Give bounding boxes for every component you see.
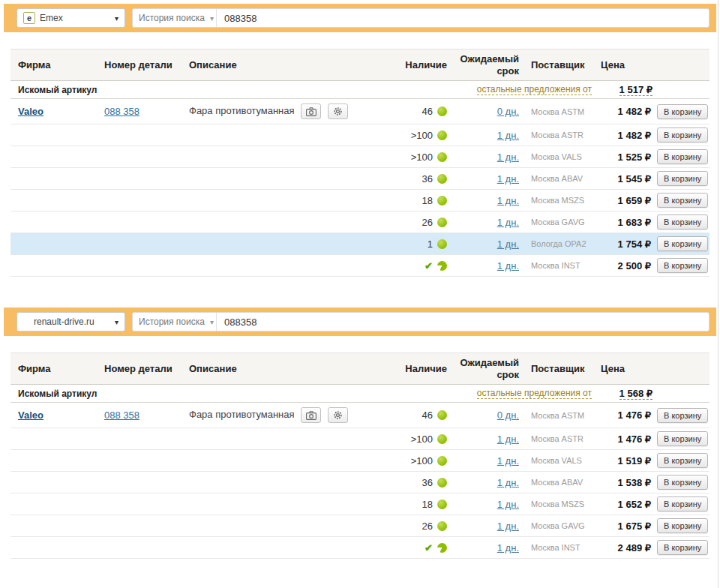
emex-logo-icon: e [23,12,35,24]
supplier-label: Москва GAVG [525,212,596,233]
price-value: 1 519 ₽ [596,450,657,472]
delivery-days-link[interactable]: 1 дн. [497,238,519,250]
summary-row: Искомый артикул остальные предложения от… [10,81,710,99]
price-value: 1 652 ₽ [596,494,657,515]
add-to-cart-button[interactable]: В корзину [657,475,708,490]
add-to-cart-button[interactable]: В корзину [657,518,708,533]
offer-row[interactable]: >100 1 дн. Москва VALS 1 519 ₽ В корзину [10,450,710,472]
delivery-days-link[interactable]: 0 дн. [497,106,519,117]
supplier-label: Москва ABAV [525,472,596,494]
search-input[interactable] [217,313,709,331]
availability-value: 18 [422,195,433,206]
offer-row[interactable]: 18 1 дн. Москва MSZS 1 659 ₽ В корзину [10,190,710,212]
header-price: Цена [596,353,657,385]
summary-row: Искомый артикул остальные предложения от… [10,385,710,403]
add-to-cart-button[interactable]: В корзину [657,104,708,119]
chevron-down-icon: ▾ [210,14,214,22]
delivery-days-link[interactable]: 1 дн. [497,499,519,510]
history-dropdown[interactable]: История поиска ▾ [133,9,217,27]
delivery-days-link[interactable]: 1 дн. [497,542,519,554]
part-number-link[interactable]: 088 358 [104,106,140,117]
offer-row[interactable]: Valeo 088 358 Фара противотуманная [10,99,710,124]
search-panel-renault-drive: renault-drive.ru ▾ История поиска ▾ Фирм… [0,308,720,559]
delivery-days-link[interactable]: 1 дн. [497,195,519,206]
add-to-cart-button[interactable]: В корзину [657,540,708,555]
description-text: Фара противотуманная [189,105,295,116]
add-to-cart-button[interactable]: В корзину [657,408,708,423]
table-header-row: Фирма Номер детали Описание Наличие Ожид… [10,50,710,81]
add-to-cart-button[interactable]: В корзину [657,149,708,164]
history-dropdown[interactable]: История поиска ▾ [133,313,217,331]
offer-row[interactable]: >100 1 дн. Москва ASTR 1 482 ₽ В корзину [10,124,710,146]
offer-row[interactable]: 26 1 дн. Москва GAVG 1 683 ₽ В корзину [10,212,710,233]
add-to-cart-button[interactable]: В корзину [657,193,708,208]
delivery-days-link[interactable]: 1 дн. [497,130,519,141]
more-offers-link[interactable]: остальные предложения от [477,388,592,399]
delivery-days-link[interactable]: 0 дн. [497,410,519,421]
delivery-days-link[interactable]: 1 дн. [497,217,519,228]
summary-label: Искомый артикул [15,388,97,399]
supplier-label: Москва ASTM [525,99,596,124]
brand-link[interactable]: Valeo [18,410,44,421]
availability-value: 46 [422,410,433,421]
offer-row[interactable]: 36 1 дн. Москва ABAV 1 545 ₽ В корзину [10,168,710,190]
price-value: 1 476 ₽ [596,403,657,428]
stock-indicator-icon [437,410,447,420]
stock-indicator-icon [437,434,447,444]
delivery-days-link[interactable]: 1 дн. [497,520,519,532]
source-dropdown[interactable]: renault-drive.ru ▾ [16,312,125,332]
stock-indicator-icon [437,106,447,116]
brand-link[interactable]: Valeo [18,106,44,117]
settings-button[interactable] [328,104,348,119]
offer-row[interactable]: >100 1 дн. Москва ASTR 1 476 ₽ В корзину [10,428,710,450]
search-panel-emex: e Emex ▾ История поиска ▾ Фирма Номер де… [0,4,720,277]
offer-row[interactable]: Valeo 088 358 Фара противотуманная [10,403,710,428]
add-to-cart-button[interactable]: В корзину [657,171,708,186]
availability-value: ✔ [424,260,433,272]
header-availability: Наличие [399,353,452,385]
camera-icon [306,107,316,116]
settings-button[interactable] [328,407,348,423]
stock-indicator-icon [437,521,447,531]
gear-icon [333,106,343,116]
add-to-cart-button[interactable]: В корзину [657,258,708,273]
add-to-cart-button[interactable]: В корзину [657,431,708,446]
add-to-cart-button[interactable]: В корзину [657,214,708,230]
stock-indicator-icon [437,174,447,184]
offers-table: Фирма Номер детали Описание Наличие Ожид… [10,49,710,277]
gear-icon [333,410,343,420]
part-number-link[interactable]: 088 358 [104,410,140,421]
offer-row[interactable]: ✔ 1 дн. Москва INST 2 500 ₽ В корзину [10,255,710,277]
offer-row[interactable]: 1 1 дн. Вологда OPA2 1 754 ₽ В корзину [10,233,710,255]
photo-button[interactable] [301,407,321,423]
offer-row[interactable]: >100 1 дн. Москва VALS 1 525 ₽ В корзину [10,146,710,168]
delivery-days-link[interactable]: 1 дн. [497,455,519,466]
price-value: 1 675 ₽ [596,515,657,537]
more-offers-link[interactable]: остальные предложения от [477,84,592,95]
offer-row[interactable]: 36 1 дн. Москва ABAV 1 538 ₽ В корзину [10,472,710,494]
availability-value: >100 [411,434,433,445]
add-to-cart-button[interactable]: В корзину [657,128,708,142]
window-edge [718,0,718,588]
availability-value: >100 [411,130,433,141]
offer-row[interactable]: 18 1 дн. Москва MSZS 1 652 ₽ В корзину [10,494,710,515]
delivery-days-link[interactable]: 1 дн. [497,477,519,488]
offer-row[interactable]: 26 1 дн. Москва GAVG 1 675 ₽ В корзину [10,515,710,537]
add-to-cart-button[interactable]: В корзину [657,496,708,512]
delivery-days-link[interactable]: 1 дн. [497,434,519,445]
search-input[interactable] [217,9,709,27]
header-brand: Фирма [10,353,97,385]
add-to-cart-button[interactable]: В корзину [657,453,708,468]
delivery-days-link[interactable]: 1 дн. [497,173,519,184]
photo-button[interactable] [301,104,321,119]
supplier-label: Москва VALS [525,450,596,472]
header-part: Номер детали [97,50,182,81]
camera-icon [306,411,316,420]
stock-indicator-icon [437,261,447,271]
add-to-cart-button[interactable]: В корзину [657,236,708,251]
offer-row[interactable]: ✔ 1 дн. Москва INST 2 489 ₽ В корзину [10,537,710,559]
availability-value: 46 [422,106,433,117]
source-dropdown[interactable]: e Emex ▾ [16,8,125,28]
delivery-days-link[interactable]: 1 дн. [497,260,519,272]
delivery-days-link[interactable]: 1 дн. [497,152,519,163]
